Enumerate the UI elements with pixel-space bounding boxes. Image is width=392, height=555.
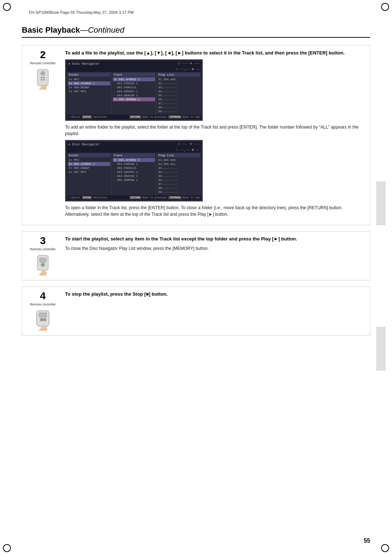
side-decoration-2 xyxy=(376,327,385,370)
svg-rect-16 xyxy=(41,271,43,275)
svg-rect-8 xyxy=(41,86,43,90)
screen-2-col-folder: Folder In MP3 In 005.4FORCE 1 In 006.BEB… xyxy=(67,153,112,195)
screen-1-title: ⊙ Disc Navigator xyxy=(68,62,99,66)
side-decoration-1 xyxy=(376,182,385,225)
screen-2-status: □ --- ≡ --- xyxy=(178,142,200,146)
corner-circle-br xyxy=(381,544,389,552)
svg-rect-6 xyxy=(43,79,45,81)
screen-1-footer: ☑ Select ENTER Selection RETURN Back to … xyxy=(67,115,201,119)
step-4-number: 4 xyxy=(40,291,46,301)
page-title-sub: —Continued xyxy=(80,25,124,35)
remote-controller-4 xyxy=(32,309,54,331)
screen-1-col-track: Track In 005.4FORCE 1 · 001.FORCED 1 · 0… xyxy=(112,72,157,114)
page-title-main: Basic Playback xyxy=(22,25,80,35)
screen-1-status: □ --- ≡ --- xyxy=(178,62,200,66)
remote-controller-2 xyxy=(32,68,54,90)
screen-2-col-folder-header: Folder xyxy=(68,153,110,157)
step-3-left: 3 Remote controller xyxy=(26,236,59,276)
page-title: Basic Playback—Continued xyxy=(22,25,370,38)
svg-point-2 xyxy=(42,73,44,74)
screen-2-title: ⊙ Disc Navigator xyxy=(68,142,99,146)
step-2-section: 2 Remote controller To add a file to the… xyxy=(22,45,370,225)
screen-1-col-track-header: Track xyxy=(113,73,155,77)
page-number: 55 xyxy=(364,538,370,544)
svg-rect-21 xyxy=(40,319,43,321)
corner-circle-tr xyxy=(381,3,389,11)
screen-1-cols: Folder In MP3 In 005.4FORCE 1 In 006.BEB… xyxy=(67,72,201,114)
screen-1-col-folder: Folder In MP3 In 005.4FORCE 1 In 006.BEB… xyxy=(67,72,112,114)
step-2-left: 2 Remote controller xyxy=(26,50,59,220)
svg-rect-9 xyxy=(43,85,45,90)
screen-mockup-1: ⊙ Disc Navigator □ --- ≡ --- ○ --,-- ⊞ -… xyxy=(65,59,203,121)
step-3-title: To start the playlist, select any item i… xyxy=(65,236,366,242)
step-3-number: 3 xyxy=(40,236,46,246)
step-2-label: Remote controller xyxy=(30,61,56,65)
step-4-label: Remote controller xyxy=(30,303,56,306)
screen-1-col-folder-header: Folder xyxy=(68,73,110,77)
screen-1-header: ⊙ Disc Navigator □ --- ≡ --- xyxy=(67,61,201,66)
screen-2-status2: ○ --,-- ⊞ -- xyxy=(67,147,201,153)
svg-rect-17 xyxy=(43,270,45,275)
step-3-right: To start the playlist, select any item i… xyxy=(59,236,366,276)
step-2-para2: To open a folder in the Track list, pres… xyxy=(65,204,366,218)
svg-rect-20 xyxy=(39,313,47,317)
step-2-title: To add a file to the playlist, use the [… xyxy=(65,50,366,56)
svg-rect-3 xyxy=(41,77,42,78)
step-3-body: To close the Disc Navigator Play List wi… xyxy=(65,245,366,252)
svg-rect-18 xyxy=(45,271,46,275)
main-content: Basic Playback—Continued 2 Remote contro… xyxy=(22,25,370,530)
screen-mockup-2: ⊙ Disc Navigator □ --- ≡ --- ○ --,-- ⊞ -… xyxy=(65,140,203,202)
screen-2-col-playlist: Play List 01.005-005 02.005-ALL 03.-----… xyxy=(156,153,201,195)
corner-circle-bl xyxy=(3,544,11,552)
svg-rect-4 xyxy=(43,77,45,78)
remote-controller-3 xyxy=(32,254,54,276)
step-2-para1: To add an entire folder to the playlist,… xyxy=(65,124,366,137)
svg-rect-25 xyxy=(43,326,45,331)
screen-1-col-playlist: Play List 01.005-005 02.-------- 03.----… xyxy=(156,72,201,114)
svg-rect-22 xyxy=(44,319,46,321)
svg-rect-5 xyxy=(41,79,42,81)
screen-2-cols: Folder In MP3 In 005.4FORCE 1 In 006.BEB… xyxy=(67,153,201,195)
svg-rect-24 xyxy=(41,327,43,331)
screen-2-footer: ☑ Select ENTER Selection RETURN Back to … xyxy=(67,195,201,200)
step-3-section: 3 Remote controller To start the playlis… xyxy=(22,231,370,280)
screen-2-header: ⊙ Disc Navigator □ --- ≡ --- xyxy=(67,142,201,147)
screen-1-col-playlist-header: Play List xyxy=(158,73,200,77)
svg-rect-10 xyxy=(45,86,46,90)
corner-circle-tl xyxy=(3,3,11,11)
screen-2-col-track: Track In 005.4FORCE 1 · 001.FORCED 1 · 0… xyxy=(112,153,157,195)
screen-2-col-track-header: Track xyxy=(113,153,155,157)
screen-1-status2: ○ --,-- ⊞ -- xyxy=(67,66,201,72)
step-2-right: To add a file to the playlist, use the [… xyxy=(59,50,366,220)
step-4-title: To stop the playlist, press the Stop [■]… xyxy=(65,291,366,297)
svg-rect-12 xyxy=(40,258,46,262)
step-4-left: 4 Remote controller xyxy=(26,291,59,331)
svg-point-14 xyxy=(42,264,44,266)
step-3-label: Remote controller xyxy=(30,247,56,251)
step-4-section: 4 Remote controller To stop the playlist… xyxy=(22,286,370,336)
screen-2-col-playlist-header: Play List xyxy=(158,153,200,157)
svg-rect-26 xyxy=(45,327,47,330)
page-header-info: DV-SP1000Book Page 55 Thursday,May 27, 2… xyxy=(29,10,134,15)
step-4-right: To stop the playlist, press the Stop [■]… xyxy=(59,291,366,331)
step-2-number: 2 xyxy=(40,50,46,60)
